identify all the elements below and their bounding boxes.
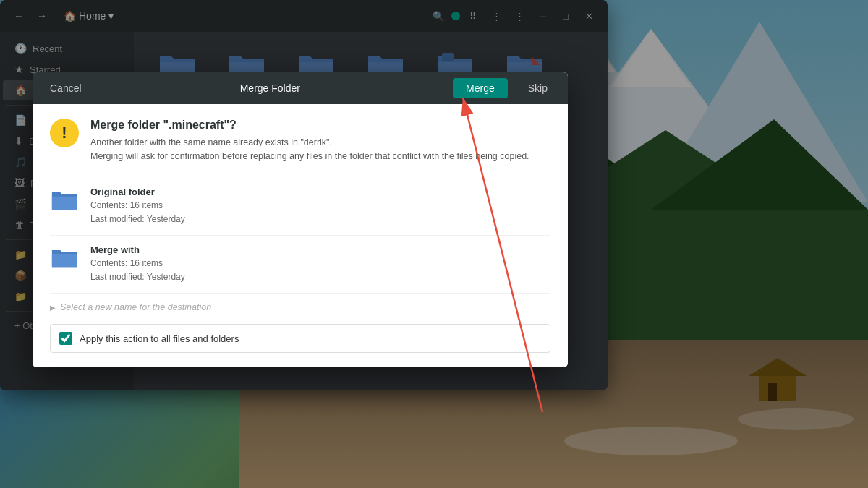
original-folder-text: Original folder Contents: 16 items Last … bbox=[90, 187, 185, 226]
merge-with-label: Merge with bbox=[90, 244, 185, 255]
merge-button[interactable]: Merge bbox=[453, 78, 508, 98]
dialog-heading: Merge folder ".minecraft"? bbox=[90, 119, 529, 132]
original-folder-icon bbox=[50, 187, 79, 213]
dialog-title: Merge Folder bbox=[99, 82, 441, 94]
dialog-description-line2: Merging will ask for confirmation before… bbox=[90, 150, 529, 163]
original-folder-contents: Contents: 16 items bbox=[90, 199, 185, 213]
apply-all-label: Apply this action to all files and folde… bbox=[80, 333, 239, 344]
rename-arrow-icon: ▶ bbox=[50, 304, 56, 312]
apply-all-checkbox[interactable] bbox=[59, 332, 72, 345]
cancel-button[interactable]: Cancel bbox=[44, 80, 88, 97]
original-folder-label: Original folder bbox=[90, 187, 185, 197]
merge-with-folder-icon bbox=[50, 244, 79, 270]
dialog-body: ! Merge folder ".minecraft"? Another fol… bbox=[33, 104, 568, 367]
merge-with-modified: Last modified: Yesterday bbox=[90, 270, 185, 284]
merge-with-contents: Contents: 16 items bbox=[90, 257, 185, 270]
original-folder-modified: Last modified: Yesterday bbox=[90, 213, 185, 226]
warning-text: Merge folder ".minecraft"? Another folde… bbox=[90, 119, 529, 163]
merge-dialog: Cancel Merge Folder Merge Skip ! Merge f… bbox=[33, 72, 568, 367]
original-folder-row: Original folder Contents: 16 items Last … bbox=[50, 178, 550, 236]
rename-placeholder: Select a new name for the destination bbox=[60, 302, 211, 312]
dialog-description-line1: Another folder with the same name alread… bbox=[90, 136, 529, 150]
merge-with-folder-row: Merge with Contents: 16 items Last modif… bbox=[50, 236, 550, 294]
warning-icon: ! bbox=[50, 119, 79, 147]
apply-all-row[interactable]: Apply this action to all files and folde… bbox=[50, 324, 550, 353]
skip-button[interactable]: Skip bbox=[519, 78, 556, 98]
warning-row: ! Merge folder ".minecraft"? Another fol… bbox=[50, 119, 550, 163]
merge-with-folder-text: Merge with Contents: 16 items Last modif… bbox=[90, 244, 185, 284]
rename-section[interactable]: ▶ Select a new name for the destination bbox=[50, 294, 550, 321]
dialog-header: Cancel Merge Folder Merge Skip bbox=[33, 72, 568, 104]
